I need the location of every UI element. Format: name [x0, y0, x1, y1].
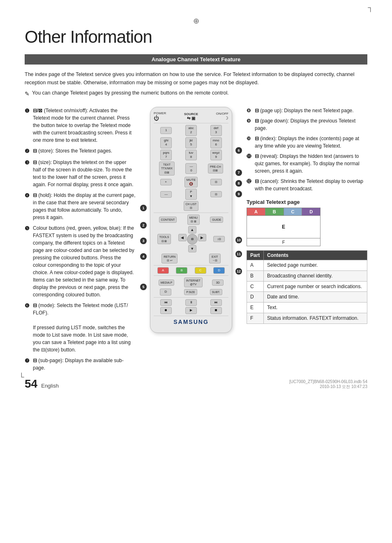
btn-text-ttxmix[interactable]: TEXTTTX/MIX⊟⊠: [159, 162, 175, 175]
btn-2[interactable]: abc2: [185, 125, 197, 136]
table-cell-part: D: [247, 292, 264, 303]
btn-green[interactable]: B: [176, 267, 187, 274]
btn-1[interactable]: 1: [160, 127, 172, 134]
teletext-diagram: A B C D E F: [247, 208, 321, 246]
btn-blue[interactable]: D: [213, 267, 225, 274]
table-row: FStatus information. FASTEXT information…: [247, 313, 367, 323]
footer: 54 English [UC7000_ZT]BN68-02590H-06L03.…: [25, 378, 367, 390]
item-text: ⊟ (cancel): Shrinks the Teletext display…: [255, 178, 367, 192]
btn-menu[interactable]: MENU⊟ ⊠: [187, 215, 200, 224]
item-text: Colour buttons (red, green, yellow, blue…: [33, 224, 136, 298]
btn-6[interactable]: mno6: [210, 137, 222, 148]
note-text: ✎ You can change Teletext pages by press…: [25, 90, 367, 97]
samsung-logo: SAMSUNG: [154, 319, 228, 325]
callout-2: 2: [140, 222, 147, 229]
btn-nav-down[interactable]: ▼: [188, 245, 196, 252]
btn-0[interactable]: —0: [185, 163, 197, 174]
btn-right-small[interactable]: ⊟: [210, 179, 222, 185]
list-item: ❶ ⊟/⊠ (Teletext on/mix/off): Activates t…: [25, 107, 136, 144]
table-header-contents: Contents: [264, 251, 367, 260]
btn-p[interactable]: P▼: [185, 189, 197, 200]
btn-yellow[interactable]: C: [195, 267, 206, 274]
btn-stop[interactable]: ⏹: [210, 307, 222, 314]
return-exit-row: RETURN⊟ ↩ EXIT→⊟: [154, 254, 228, 263]
remote-top-row: POWER⏻ SOURCE⇆ ▣ ON/OFF☽: [154, 111, 228, 121]
table-row: CCurrent page number or search indicatio…: [247, 281, 367, 292]
btn-internet[interactable]: INTERNET@TV: [184, 277, 203, 287]
table-cell-contents: Status information. FASTEXT information.: [264, 313, 367, 323]
tt-cell-c: C: [284, 208, 302, 215]
btn-mute[interactable]: MUTE🔇: [184, 177, 198, 188]
btn-pause[interactable]: ⏸: [185, 299, 197, 306]
btn-vol-down[interactable]: —: [160, 191, 172, 198]
btn-rec[interactable]: ⏺: [160, 307, 172, 314]
item-text: ⊟ (hold): Holds the display at the curre…: [33, 192, 136, 221]
btn-nav-up[interactable]: ▲: [188, 226, 196, 233]
btn-8[interactable]: tuv8: [185, 150, 197, 161]
btn-content[interactable]: CONTENT: [159, 217, 177, 223]
btn-mediap[interactable]: MEDIA.P: [159, 280, 175, 286]
page-language: English: [41, 383, 59, 389]
btn-play[interactable]: ▶: [185, 307, 197, 314]
crosshair-top-icon: ⊕: [25, 16, 367, 25]
corner-mark-tr: ┐: [368, 3, 373, 12]
tt-main-area: E: [247, 216, 320, 238]
footer-left: 54 English: [25, 378, 59, 390]
teletext-top-bar: A B C D: [247, 208, 320, 216]
remote-wrapper: POWER⏻ SOURCE⇆ ▣ ON/OFF☽ 1 abc2 def3 ghi…: [146, 107, 236, 333]
btn-chlist[interactable]: CH LIST⊟: [184, 201, 199, 211]
btn-ffwd[interactable]: ⏭: [210, 299, 222, 306]
btn-prech[interactable]: PRE-CH⊟⊠: [208, 164, 223, 173]
callout-1: 1: [140, 205, 147, 211]
btn-right-small2[interactable]: ⊟: [210, 191, 222, 197]
btn-right-func[interactable]: ↕⊟: [213, 236, 225, 242]
content-menu-row: CONTENT MENU⊟ ⊠ GUIDE: [154, 215, 228, 224]
corner-mark-bl: └: [19, 373, 24, 381]
list-item: ⓬ ⊟ (cancel): Shrinks the Teletext displ…: [247, 178, 367, 192]
item-text: ⊟ (reveal): Displays the hidden text (an…: [255, 153, 367, 175]
btn-4[interactable]: ghi4: [160, 137, 172, 148]
btn-3[interactable]: def3: [210, 125, 222, 136]
main-content: ❶ ⊟/⊠ (Teletext on/mix/off): Activates t…: [25, 107, 367, 375]
btn-guide[interactable]: GUIDE: [210, 217, 223, 223]
transport-row-1: ⏮ ⏸ ⏭: [154, 299, 228, 306]
btn-nav-ok[interactable]: ⊟: [187, 234, 198, 245]
btn-subt[interactable]: SUBT.: [210, 289, 222, 295]
callout-5: 5: [140, 284, 147, 290]
callout-6: 6: [235, 147, 242, 154]
btn-7[interactable]: pqrs7: [160, 150, 172, 161]
item-text: ⊟/⊠ (Teletext on/mix/off): Activates the…: [33, 107, 136, 144]
btn-vol-up[interactable]: +: [160, 179, 172, 185]
btn-rewind[interactable]: ⏮: [160, 299, 172, 306]
item-number: ❻: [25, 302, 31, 354]
list-item: ❿ ⊟ (index): Displays the index (content…: [247, 135, 367, 150]
btn-red[interactable]: A: [157, 267, 169, 274]
item-number: ❷: [25, 147, 31, 155]
item-text: ⊟ (size): Displays the teletext on the u…: [33, 159, 136, 188]
mute-row: + MUTE🔇 ⊟: [154, 177, 228, 188]
source-label: SOURCE⇆ ▣: [184, 112, 198, 120]
btn-nav-left[interactable]: ◀: [178, 234, 187, 241]
intro-text-1: The index page of the Teletext service g…: [25, 70, 367, 87]
btn-d[interactable]: D: [160, 289, 171, 295]
remote-control: POWER⏻ SOURCE⇆ ▣ ON/OFF☽ 1 abc2 def3 ghi…: [150, 107, 232, 333]
table-cell-contents: Text.: [264, 303, 367, 313]
btn-9[interactable]: wxyz9: [210, 150, 222, 161]
btn-5[interactable]: jkl5: [185, 137, 197, 148]
table-header-part: Part: [247, 251, 264, 260]
btn-psize[interactable]: P.SIZE: [184, 289, 197, 295]
table-cell-part: C: [247, 281, 264, 292]
right-item-list: ❽ ⊟ (page up): Displays the next Teletex…: [247, 107, 367, 192]
callout-10: 10: [235, 237, 242, 243]
list-item: ❾ ⊟ (page down): Displays the previous T…: [247, 117, 367, 132]
callout-9: 9: [235, 191, 242, 197]
btn-exit[interactable]: EXIT→⊟: [209, 254, 221, 263]
btn-tools[interactable]: TOOLS⊟ ⊠: [157, 234, 171, 244]
item-text: ⊟ (page down): Displays the previous Tel…: [255, 117, 367, 132]
list-item: ❷ ⊟ (store): Stores the Teletext pages.: [25, 147, 136, 155]
btn-3d[interactable]: 3D: [212, 280, 224, 286]
btn-return[interactable]: RETURN⊟ ↩: [161, 254, 178, 263]
page-title: Other Information: [25, 27, 367, 47]
footer-date-info: 2010-10-13 오전 10:47:23: [289, 384, 367, 390]
btn-nav-right[interactable]: ▶: [198, 234, 206, 241]
